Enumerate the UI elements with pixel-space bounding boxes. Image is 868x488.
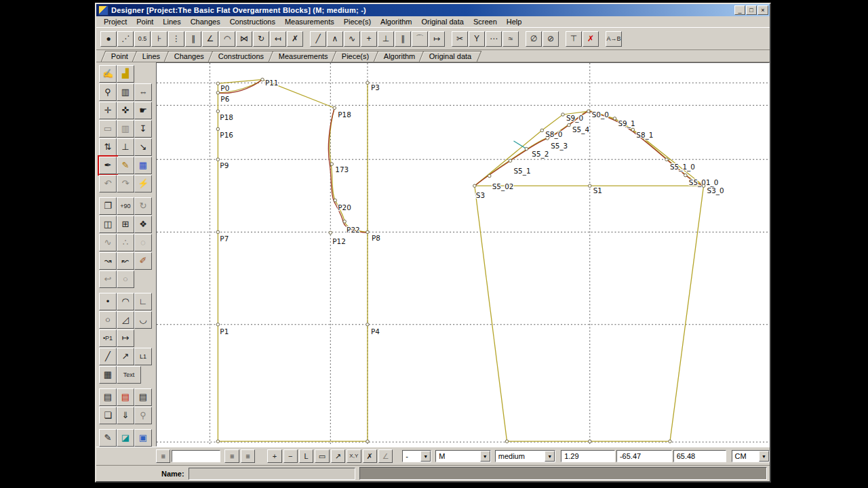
pattern-drawing[interactable]: P0P11P3P6P18P16P18P9173P20P22P12P8P7P1P4… [157, 63, 769, 446]
film-view-tool[interactable]: ▥ [117, 83, 134, 101]
walk-back-tool[interactable]: ↜ [117, 252, 134, 270]
divide-line-tool[interactable]: ⋯ [486, 31, 502, 47]
pin-tool[interactable]: ↧ [134, 120, 152, 138]
pattern-point-P20[interactable] [334, 199, 337, 201]
symmetry-tool[interactable]: ❖ [134, 216, 152, 233]
pattern-point-P18[interactable] [216, 110, 220, 113]
line-tool[interactable]: ╱ [310, 31, 326, 47]
list-a-button[interactable]: ≡ [224, 449, 239, 463]
list-b-button[interactable]: ≡ [241, 449, 255, 463]
lightning-run-button[interactable]: ⚡ [134, 175, 152, 192]
rename-a-to-b-tool[interactable]: A→B [606, 31, 622, 47]
length-button[interactable]: L [299, 449, 313, 463]
pattern-point-S9_0[interactable] [561, 113, 565, 116]
pattern-point-S3_0[interactable] [702, 184, 705, 187]
close-button[interactable]: × [757, 5, 768, 15]
menu-measurements[interactable]: Measurements [280, 17, 339, 26]
move-view-tool[interactable]: ✛ [99, 102, 117, 119]
grade-dropdown[interactable]: medium▼ [495, 450, 555, 462]
measure-grid-button[interactable]: ▦ [99, 366, 117, 384]
point-on-line-tool[interactable]: ⋰ [117, 31, 134, 47]
value-2-field[interactable]: -65.47 [616, 450, 672, 462]
marker-pen-tool[interactable]: ✐ [134, 252, 152, 270]
cut-line-tool[interactable]: ✂ [452, 31, 468, 47]
rotate-90-button[interactable]: +90 [117, 197, 134, 215]
value-1-field[interactable]: 1.29 [561, 450, 615, 462]
circle-slash-tool[interactable]: ⊘ [542, 31, 559, 47]
pattern-point-S5_02[interactable] [488, 174, 491, 177]
point-mode-button[interactable]: • [99, 293, 117, 310]
parallel-line-tool[interactable]: ∥ [395, 31, 411, 47]
menu-point[interactable]: Point [132, 17, 158, 26]
sketch-pen-button[interactable]: ✎ [99, 429, 117, 447]
circle-mode-button[interactable]: ○ [99, 311, 117, 329]
calculator-tool[interactable]: ▦ [134, 157, 152, 174]
page-export-button[interactable]: ❏ [99, 407, 117, 424]
tab-algorithm[interactable]: Algorithm [374, 51, 426, 62]
minus-button[interactable]: − [283, 449, 298, 463]
corner-mode-button[interactable]: ∟ [134, 293, 152, 310]
perpendicular-tool[interactable]: ⊥ [378, 31, 394, 47]
triangle-mode-button[interactable]: ◿ [117, 311, 134, 329]
menu-original-data[interactable]: Original data [417, 17, 469, 26]
name-field[interactable] [189, 468, 355, 480]
unit-dropdown-arrow-icon[interactable]: ▼ [759, 451, 769, 462]
circle-empty-tool[interactable]: ∅ [526, 31, 542, 47]
smooth-curve-tool[interactable]: ≈ [502, 31, 519, 47]
pattern-point-S5_4[interactable] [568, 123, 571, 126]
pattern-point-P3[interactable] [366, 81, 370, 84]
measure-info-tool[interactable]: ✍ [99, 65, 117, 83]
grade-dropdown-arrow-icon[interactable]: ▼ [545, 451, 555, 462]
pattern-point-P12[interactable] [329, 231, 332, 234]
menu-algorithm[interactable]: Algorithm [376, 17, 416, 26]
diagonal-line-button[interactable]: ╱ [99, 348, 117, 365]
pattern-point-S5_2[interactable] [525, 147, 528, 150]
print-button[interactable]: ▤ [99, 388, 117, 406]
pattern-point-P11[interactable] [261, 78, 264, 81]
operator-dropdown[interactable]: -▼ [402, 450, 431, 462]
point-offset-tool[interactable]: ⊦ [151, 31, 167, 47]
pattern-point-S5_1[interactable] [509, 159, 512, 162]
piece-preview-tool[interactable]: ▟ [117, 65, 134, 83]
pattern-point-P2[interactable] [216, 440, 220, 443]
pattern-point-P1[interactable] [216, 323, 220, 326]
ruler-button[interactable]: ▭ [315, 449, 329, 463]
parallel-point-tool[interactable]: ∥ [185, 31, 201, 47]
pattern-point-S8_1[interactable] [631, 128, 635, 131]
point-p1-button[interactable]: •P1 [99, 329, 117, 347]
arc-mode-button[interactable]: ◡ [134, 311, 152, 329]
menu-project[interactable]: Project [99, 17, 132, 26]
t-square-tool[interactable]: ⊤ [566, 31, 582, 47]
point-tool[interactable]: ● [100, 31, 117, 47]
point-measure-tool[interactable]: ↤ [270, 31, 286, 47]
curve-tool[interactable]: ∿ [344, 31, 360, 47]
pattern-point-P0[interactable] [216, 82, 220, 85]
walk-forward-tool[interactable]: ↝ [99, 252, 117, 270]
points-on-line-tool[interactable]: ⋮ [168, 31, 184, 47]
delete-tool[interactable]: ✗ [583, 31, 599, 47]
swap-vertical-tool[interactable]: ⇅ [99, 138, 117, 156]
bodice-neck-base-line[interactable] [218, 79, 262, 83]
axis-cross-tool[interactable]: + [361, 31, 377, 47]
unit-dropdown[interactable]: CM▼ [732, 450, 770, 462]
menu-constructions[interactable]: Constructions [225, 17, 280, 26]
row-select-button[interactable]: ≡ [156, 449, 170, 463]
tab-constructions[interactable]: Constructions [208, 51, 275, 62]
pattern-point-S1[interactable] [588, 184, 591, 187]
axes-tool[interactable]: ⊥ [117, 138, 134, 156]
pattern-point-S4_0[interactable] [669, 440, 672, 443]
line-l1-button[interactable]: L1 [134, 348, 152, 365]
pattern-point-P8[interactable] [366, 230, 370, 233]
menu-screen[interactable]: Screen [469, 17, 502, 26]
extend-line-tool[interactable]: ↦ [429, 31, 445, 47]
diagonal-arrow-button[interactable]: ↗ [117, 348, 134, 365]
value-3-field[interactable]: 65.48 [673, 450, 726, 462]
point-link-button[interactable]: ↦ [117, 329, 134, 347]
size-dropdown[interactable]: M▼ [435, 450, 491, 462]
value-input[interactable] [172, 450, 220, 462]
sleeve-cap-chords[interactable] [475, 111, 704, 186]
tab-piece-s[interactable]: Piece(s) [332, 51, 380, 62]
tab-changes[interactable]: Changes [164, 51, 215, 62]
colored-pen-tool[interactable]: ✎ [117, 157, 134, 174]
polyline-tool[interactable]: ∧ [327, 31, 343, 47]
